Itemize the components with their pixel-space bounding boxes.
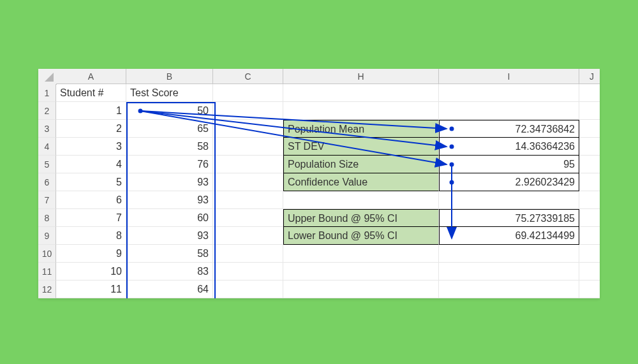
cell-A9[interactable]: 8	[56, 227, 126, 245]
cell-J1[interactable]	[579, 84, 600, 102]
cell-H6-label[interactable]: Confidence Value	[283, 173, 439, 191]
row-header[interactable]: 8	[38, 209, 56, 227]
cell-B2[interactable]: 50	[126, 102, 213, 120]
cell-B1[interactable]: Test Score	[126, 84, 213, 102]
row-header[interactable]: 9	[38, 227, 56, 245]
cell-B5[interactable]: 76	[126, 156, 213, 173]
cell-I3-value[interactable]: 72.34736842	[439, 120, 579, 138]
cell-C5[interactable]	[213, 156, 283, 173]
row-header[interactable]: 12	[38, 280, 56, 298]
cell-B12[interactable]: 64	[126, 280, 213, 298]
cell-H2[interactable]	[283, 102, 439, 120]
cell-H12[interactable]	[283, 280, 439, 298]
cell-J6[interactable]	[579, 173, 600, 191]
cell-C6[interactable]	[213, 173, 283, 191]
cell-B4[interactable]: 58	[126, 138, 213, 156]
cell-C9[interactable]	[213, 227, 283, 245]
row-header[interactable]: 5	[38, 156, 56, 173]
cell-J8[interactable]	[579, 209, 600, 227]
col-header-A[interactable]: A	[56, 69, 126, 84]
cell-J9[interactable]	[579, 227, 600, 245]
cell-I8-value[interactable]: 75.27339185	[439, 209, 579, 227]
cell-H7[interactable]	[283, 191, 439, 209]
cell-B11[interactable]: 83	[126, 263, 213, 280]
cell-H3-label[interactable]: Population Mean	[283, 120, 439, 138]
col-header-B[interactable]: B	[126, 69, 213, 84]
col-header-C[interactable]: C	[213, 69, 283, 84]
cell-A3[interactable]: 2	[56, 120, 126, 138]
cell-C11[interactable]	[213, 263, 283, 280]
svg-marker-0	[45, 73, 54, 82]
row-header[interactable]: 11	[38, 263, 56, 280]
col-header-I[interactable]: I	[439, 69, 579, 84]
cell-C3[interactable]	[213, 120, 283, 138]
row-header[interactable]: 3	[38, 120, 56, 138]
cell-J3[interactable]	[579, 120, 600, 138]
row-header[interactable]: 10	[38, 245, 56, 263]
select-all-corner[interactable]	[38, 69, 57, 85]
cell-J11[interactable]	[579, 263, 600, 280]
cell-J5[interactable]	[579, 156, 600, 173]
col-header-H[interactable]: H	[283, 69, 439, 84]
cell-H8-label[interactable]: Upper Bound @ 95% CI	[283, 209, 439, 227]
cell-J2[interactable]	[579, 102, 600, 120]
cell-I9-value[interactable]: 69.42134499	[439, 227, 579, 245]
cell-A1[interactable]: Student #	[56, 84, 126, 102]
cell-H5-label[interactable]: Population Size	[283, 156, 439, 173]
cell-A10[interactable]: 9	[56, 245, 126, 263]
cell-B9[interactable]: 93	[126, 227, 213, 245]
spreadsheet-panel: A B C H I J 1 2 3 4 5 6 7 8 9 10 11 12 S…	[38, 69, 600, 298]
grid: Student # Test Score 1 50 2 65	[56, 84, 600, 298]
cell-A5[interactable]: 4	[56, 156, 126, 173]
cell-A7[interactable]: 6	[56, 191, 126, 209]
cell-B6[interactable]: 93	[126, 173, 213, 191]
spreadsheet: A B C H I J 1 2 3 4 5 6 7 8 9 10 11 12 S…	[38, 69, 600, 298]
cell-A2[interactable]: 1	[56, 102, 126, 120]
row-headers: 1 2 3 4 5 6 7 8 9 10 11 12	[38, 84, 56, 298]
row-header[interactable]: 1	[38, 84, 56, 102]
cell-I5-value[interactable]: 95	[439, 156, 579, 173]
cell-J4[interactable]	[579, 138, 600, 156]
cell-I7[interactable]	[439, 191, 579, 209]
cell-J7[interactable]	[579, 191, 600, 209]
cell-B8[interactable]: 60	[126, 209, 213, 227]
cell-I10[interactable]	[439, 245, 579, 263]
cell-H9-label[interactable]: Lower Bound @ 95% CI	[283, 227, 439, 245]
cell-A12[interactable]: 11	[56, 280, 126, 298]
cell-C12[interactable]	[213, 280, 283, 298]
row-header[interactable]: 6	[38, 173, 56, 191]
cell-I4-value[interactable]: 14.36364236	[439, 138, 579, 156]
row-header[interactable]: 2	[38, 102, 56, 120]
cell-C4[interactable]	[213, 138, 283, 156]
cell-I1[interactable]	[439, 84, 579, 102]
cell-A11[interactable]: 10	[56, 263, 126, 280]
cell-I6-value[interactable]: 2.926023429	[439, 173, 579, 191]
cell-H4-label[interactable]: ST DEV	[283, 138, 439, 156]
cell-I12[interactable]	[439, 280, 579, 298]
cell-H11[interactable]	[283, 263, 439, 280]
cell-C2[interactable]	[213, 102, 283, 120]
cell-H1[interactable]	[283, 84, 439, 102]
cell-C10[interactable]	[213, 245, 283, 263]
col-header-J[interactable]: J	[579, 69, 600, 84]
cell-A8[interactable]: 7	[56, 209, 126, 227]
cell-I2[interactable]	[439, 102, 579, 120]
row-header[interactable]: 4	[38, 138, 56, 156]
cell-J10[interactable]	[579, 245, 600, 263]
cell-C7[interactable]	[213, 191, 283, 209]
cell-C1[interactable]	[213, 84, 283, 102]
cell-B3[interactable]: 65	[126, 120, 213, 138]
column-headers: A B C H I J	[56, 69, 600, 84]
cell-B10[interactable]: 58	[126, 245, 213, 263]
cell-J12[interactable]	[579, 280, 600, 298]
cell-A6[interactable]: 5	[56, 173, 126, 191]
cell-B7[interactable]: 93	[126, 191, 213, 209]
cell-C8[interactable]	[213, 209, 283, 227]
cell-A4[interactable]: 3	[56, 138, 126, 156]
row-header[interactable]: 7	[38, 191, 56, 209]
cell-I11[interactable]	[439, 263, 579, 280]
cell-H10[interactable]	[283, 245, 439, 263]
